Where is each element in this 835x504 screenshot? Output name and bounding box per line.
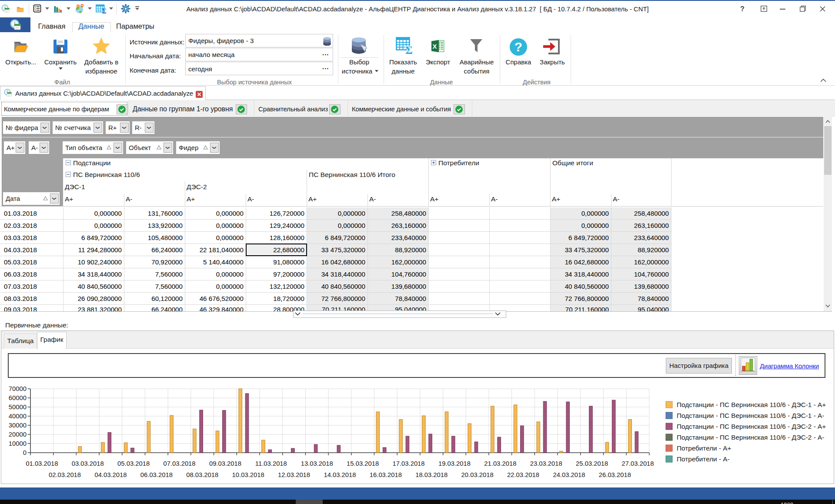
svg-text:07.03.2018: 07.03.2018 — [164, 460, 196, 467]
svg-text:06.03.2018: 06.03.2018 — [140, 471, 173, 478]
svg-text:Подстанции - ПС Вернинская 110: Подстанции - ПС Вернинская 110/6 - ДЭС-2… — [677, 434, 824, 441]
svg-text:20000: 20000 — [9, 431, 27, 438]
svg-text:40000: 40000 — [9, 413, 27, 420]
svg-text:03.03.2018: 03.03.2018 — [72, 460, 104, 467]
svg-text:15.03.2018: 15.03.2018 — [347, 460, 379, 467]
svg-text:25.03.2018: 25.03.2018 — [576, 460, 608, 467]
svg-text:26.03.2018: 26.03.2018 — [599, 471, 631, 478]
svg-text:X: X — [433, 43, 437, 50]
svg-text:Подстанции - ПС Вернинская 110: Подстанции - ПС Вернинская 110/6 - ДЭС-2… — [677, 423, 826, 430]
svg-text:01.03.2018: 01.03.2018 — [26, 460, 58, 467]
svg-text:70000: 70000 — [9, 385, 27, 392]
svg-text:11.03.2018: 11.03.2018 — [255, 460, 287, 467]
svg-text:17.03.2018: 17.03.2018 — [393, 460, 425, 467]
svg-text:20.03.2018: 20.03.2018 — [461, 471, 494, 478]
svg-text:30000: 30000 — [9, 422, 27, 429]
svg-text:?: ? — [514, 40, 522, 54]
svg-text:19.03.2018: 19.03.2018 — [438, 460, 471, 467]
svg-text:Потребители - A+: Потребители - A+ — [677, 444, 731, 452]
svg-text:10000: 10000 — [9, 440, 27, 447]
svg-text:04.03.2018: 04.03.2018 — [94, 471, 127, 478]
svg-text:16.03.2018: 16.03.2018 — [370, 471, 402, 478]
svg-text:14.03.2018: 14.03.2018 — [324, 471, 356, 478]
svg-text:Σ: Σ — [102, 7, 106, 14]
svg-text:23.03.2018: 23.03.2018 — [530, 460, 562, 467]
svg-text:12.03.2018: 12.03.2018 — [278, 471, 310, 478]
svg-text:08.03.2018: 08.03.2018 — [186, 471, 218, 478]
svg-text:27.03.2018: 27.03.2018 — [622, 460, 654, 467]
svg-text:18.03.2018: 18.03.2018 — [415, 471, 448, 478]
svg-text:13.03.2018: 13.03.2018 — [301, 460, 333, 467]
svg-text:02.03.2018: 02.03.2018 — [49, 471, 81, 478]
svg-text:Подстанции - ПС Вернинская 110: Подстанции - ПС Вернинская 110/6 - ДЭС-1… — [677, 412, 824, 419]
svg-text:50000: 50000 — [9, 404, 27, 411]
svg-text:Потребители - A-: Потребители - A- — [677, 455, 730, 463]
svg-text:10.03.2018: 10.03.2018 — [232, 471, 264, 478]
svg-text:0: 0 — [23, 449, 27, 456]
svg-text:60000: 60000 — [9, 394, 27, 401]
svg-text:21.03.2018: 21.03.2018 — [484, 460, 516, 467]
svg-text:Подстанции - ПС Вернинская 110: Подстанции - ПС Вернинская 110/6 - ДЭС-1… — [677, 401, 826, 408]
svg-text:05.03.2018: 05.03.2018 — [117, 460, 150, 467]
svg-text:22.03.2018: 22.03.2018 — [507, 471, 539, 478]
svg-text:Σ: Σ — [405, 44, 412, 54]
svg-text:24.03.2018: 24.03.2018 — [553, 471, 585, 478]
svg-text:09.03.2018: 09.03.2018 — [209, 460, 241, 467]
